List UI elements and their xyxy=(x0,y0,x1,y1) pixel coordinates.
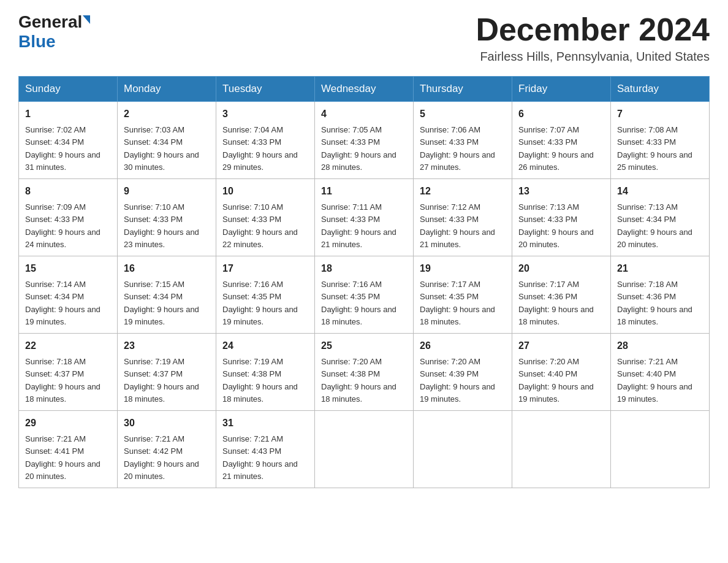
calendar-day-cell: 18 Sunrise: 7:16 AMSunset: 4:35 PMDaylig… xyxy=(315,256,414,334)
calendar-table: SundayMondayTuesdayWednesdayThursdayFrid… xyxy=(18,76,710,488)
day-info: Sunrise: 7:17 AMSunset: 4:36 PMDaylight:… xyxy=(518,280,594,326)
day-number: 7 xyxy=(617,107,703,121)
day-info: Sunrise: 7:21 AMSunset: 4:42 PMDaylight:… xyxy=(124,434,199,481)
day-info: Sunrise: 7:19 AMSunset: 4:37 PMDaylight:… xyxy=(124,357,199,404)
day-info: Sunrise: 7:09 AMSunset: 4:33 PMDaylight:… xyxy=(25,202,100,249)
day-number: 2 xyxy=(124,107,210,121)
calendar-day-cell: 27 Sunrise: 7:20 AMSunset: 4:40 PMDaylig… xyxy=(512,334,611,411)
day-info: Sunrise: 7:18 AMSunset: 4:36 PMDaylight:… xyxy=(617,280,692,326)
day-info: Sunrise: 7:10 AMSunset: 4:33 PMDaylight:… xyxy=(222,202,298,249)
day-number: 3 xyxy=(222,107,308,121)
calendar-day-cell: 5 Sunrise: 7:06 AMSunset: 4:33 PMDayligh… xyxy=(414,102,512,179)
calendar-day-cell: 4 Sunrise: 7:05 AMSunset: 4:33 PMDayligh… xyxy=(315,102,414,179)
day-number: 4 xyxy=(321,107,407,121)
location-subtitle: Fairless Hills, Pennsylvania, United Sta… xyxy=(476,50,710,64)
day-info: Sunrise: 7:21 AMSunset: 4:43 PMDaylight:… xyxy=(222,434,298,481)
calendar-day-cell: 31 Sunrise: 7:21 AMSunset: 4:43 PMDaylig… xyxy=(216,411,315,488)
calendar-day-cell: 10 Sunrise: 7:10 AMSunset: 4:33 PMDaylig… xyxy=(216,179,315,256)
day-number: 22 xyxy=(25,339,111,353)
day-of-week-header: Friday xyxy=(512,77,611,102)
day-number: 5 xyxy=(420,107,506,121)
day-info: Sunrise: 7:07 AMSunset: 4:33 PMDaylight:… xyxy=(518,125,594,172)
day-number: 16 xyxy=(124,261,210,276)
day-info: Sunrise: 7:19 AMSunset: 4:38 PMDaylight:… xyxy=(222,357,298,404)
day-number: 10 xyxy=(222,184,308,199)
day-info: Sunrise: 7:15 AMSunset: 4:34 PMDaylight:… xyxy=(124,280,199,326)
day-info: Sunrise: 7:18 AMSunset: 4:37 PMDaylight:… xyxy=(25,357,100,404)
calendar-day-cell xyxy=(512,411,611,488)
day-info: Sunrise: 7:03 AMSunset: 4:34 PMDaylight:… xyxy=(124,125,199,172)
calendar-day-cell: 21 Sunrise: 7:18 AMSunset: 4:36 PMDaylig… xyxy=(611,256,710,334)
day-info: Sunrise: 7:05 AMSunset: 4:33 PMDaylight:… xyxy=(321,125,396,172)
calendar-day-cell: 20 Sunrise: 7:17 AMSunset: 4:36 PMDaylig… xyxy=(512,256,611,334)
day-info: Sunrise: 7:04 AMSunset: 4:33 PMDaylight:… xyxy=(222,125,298,172)
day-number: 9 xyxy=(124,184,210,199)
day-number: 13 xyxy=(518,184,604,199)
day-number: 18 xyxy=(321,261,407,276)
month-title: December 2024 xyxy=(476,12,710,47)
day-number: 15 xyxy=(25,261,111,276)
day-number: 25 xyxy=(321,339,407,353)
calendar-day-cell: 23 Sunrise: 7:19 AMSunset: 4:37 PMDaylig… xyxy=(118,334,216,411)
day-info: Sunrise: 7:13 AMSunset: 4:34 PMDaylight:… xyxy=(617,202,692,249)
day-number: 1 xyxy=(25,107,111,121)
logo-general-text: General xyxy=(18,12,82,32)
day-of-week-header: Tuesday xyxy=(216,77,315,102)
day-number: 27 xyxy=(518,339,604,353)
calendar-day-cell: 14 Sunrise: 7:13 AMSunset: 4:34 PMDaylig… xyxy=(611,179,710,256)
day-info: Sunrise: 7:06 AMSunset: 4:33 PMDaylight:… xyxy=(420,125,495,172)
day-of-week-header: Thursday xyxy=(414,77,512,102)
calendar-day-cell: 3 Sunrise: 7:04 AMSunset: 4:33 PMDayligh… xyxy=(216,102,315,179)
day-of-week-header: Sunday xyxy=(19,77,118,102)
day-info: Sunrise: 7:14 AMSunset: 4:34 PMDaylight:… xyxy=(25,280,100,326)
calendar-day-cell: 22 Sunrise: 7:18 AMSunset: 4:37 PMDaylig… xyxy=(19,334,118,411)
calendar-day-cell: 2 Sunrise: 7:03 AMSunset: 4:34 PMDayligh… xyxy=(118,102,216,179)
calendar-day-cell: 26 Sunrise: 7:20 AMSunset: 4:39 PMDaylig… xyxy=(414,334,512,411)
calendar-day-cell: 13 Sunrise: 7:13 AMSunset: 4:33 PMDaylig… xyxy=(512,179,611,256)
day-info: Sunrise: 7:10 AMSunset: 4:33 PMDaylight:… xyxy=(124,202,199,249)
logo-arrow-icon xyxy=(83,15,90,24)
day-info: Sunrise: 7:20 AMSunset: 4:38 PMDaylight:… xyxy=(321,357,396,404)
day-info: Sunrise: 7:21 AMSunset: 4:41 PMDaylight:… xyxy=(25,434,100,481)
day-info: Sunrise: 7:16 AMSunset: 4:35 PMDaylight:… xyxy=(222,280,298,326)
day-number: 28 xyxy=(617,339,703,353)
day-info: Sunrise: 7:12 AMSunset: 4:33 PMDaylight:… xyxy=(420,202,495,249)
day-info: Sunrise: 7:16 AMSunset: 4:35 PMDaylight:… xyxy=(321,280,396,326)
logo: General Blue xyxy=(18,12,90,52)
calendar-day-cell xyxy=(414,411,512,488)
day-of-week-header: Saturday xyxy=(611,77,710,102)
day-info: Sunrise: 7:13 AMSunset: 4:33 PMDaylight:… xyxy=(518,202,594,249)
calendar-week-row: 22 Sunrise: 7:18 AMSunset: 4:37 PMDaylig… xyxy=(19,334,710,411)
day-number: 31 xyxy=(222,416,308,431)
page-header: General Blue December 2024 Fairless Hill… xyxy=(18,12,710,64)
day-number: 23 xyxy=(124,339,210,353)
calendar-day-cell xyxy=(315,411,414,488)
calendar-day-cell xyxy=(611,411,710,488)
calendar-week-row: 15 Sunrise: 7:14 AMSunset: 4:34 PMDaylig… xyxy=(19,256,710,334)
day-number: 12 xyxy=(420,184,506,199)
day-info: Sunrise: 7:02 AMSunset: 4:34 PMDaylight:… xyxy=(25,125,100,172)
title-area: December 2024 Fairless Hills, Pennsylvan… xyxy=(476,12,710,64)
day-info: Sunrise: 7:17 AMSunset: 4:35 PMDaylight:… xyxy=(420,280,495,326)
calendar-week-row: 29 Sunrise: 7:21 AMSunset: 4:41 PMDaylig… xyxy=(19,411,710,488)
day-info: Sunrise: 7:21 AMSunset: 4:40 PMDaylight:… xyxy=(617,357,692,404)
day-number: 24 xyxy=(222,339,308,353)
day-info: Sunrise: 7:11 AMSunset: 4:33 PMDaylight:… xyxy=(321,202,396,249)
day-number: 20 xyxy=(518,261,604,276)
calendar-day-cell: 11 Sunrise: 7:11 AMSunset: 4:33 PMDaylig… xyxy=(315,179,414,256)
day-number: 17 xyxy=(222,261,308,276)
calendar-day-cell: 8 Sunrise: 7:09 AMSunset: 4:33 PMDayligh… xyxy=(19,179,118,256)
calendar-day-cell: 24 Sunrise: 7:19 AMSunset: 4:38 PMDaylig… xyxy=(216,334,315,411)
day-number: 26 xyxy=(420,339,506,353)
day-number: 14 xyxy=(617,184,703,199)
day-info: Sunrise: 7:20 AMSunset: 4:39 PMDaylight:… xyxy=(420,357,495,404)
calendar-day-cell: 1 Sunrise: 7:02 AMSunset: 4:34 PMDayligh… xyxy=(19,102,118,179)
day-number: 11 xyxy=(321,184,407,199)
calendar-day-cell: 17 Sunrise: 7:16 AMSunset: 4:35 PMDaylig… xyxy=(216,256,315,334)
day-number: 21 xyxy=(617,261,703,276)
calendar-week-row: 1 Sunrise: 7:02 AMSunset: 4:34 PMDayligh… xyxy=(19,102,710,179)
calendar-day-cell: 6 Sunrise: 7:07 AMSunset: 4:33 PMDayligh… xyxy=(512,102,611,179)
calendar-day-cell: 15 Sunrise: 7:14 AMSunset: 4:34 PMDaylig… xyxy=(19,256,118,334)
logo-blue-text: Blue xyxy=(18,32,56,51)
day-number: 8 xyxy=(25,184,111,199)
